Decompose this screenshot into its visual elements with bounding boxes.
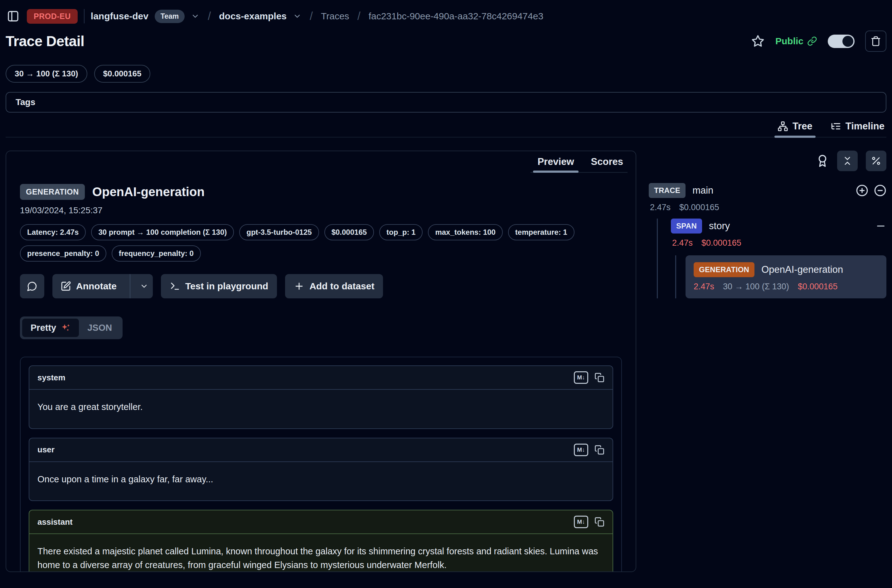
- span-name: story: [709, 220, 730, 232]
- tab-preview[interactable]: Preview: [538, 156, 574, 172]
- divider: [84, 9, 84, 23]
- org-switcher[interactable]: [191, 12, 200, 21]
- public-toggle[interactable]: [828, 34, 854, 48]
- test-in-playground-button[interactable]: Test in playground: [161, 274, 277, 298]
- param-badge: temperature: 1: [508, 224, 575, 240]
- format-pretty-option[interactable]: Pretty: [22, 319, 79, 337]
- span-children: GENERATION OpenAI-generation 2.47s 30 → …: [675, 255, 886, 298]
- circle-plus-icon[interactable]: [856, 184, 868, 197]
- message-header: assistant M↓: [29, 510, 613, 534]
- trash-icon: [871, 36, 881, 46]
- breadcrumb-separator: /: [308, 10, 315, 23]
- message-role: user: [38, 445, 55, 454]
- tab-scores[interactable]: Scores: [591, 156, 623, 172]
- playground-label: Test in playground: [185, 281, 268, 291]
- public-share-link[interactable]: Public: [775, 36, 817, 46]
- environment-badge: PROD-EU: [27, 9, 78, 24]
- tree-node-span[interactable]: SPAN story: [671, 219, 886, 234]
- breadcrumb-project[interactable]: docs-examples: [219, 11, 287, 21]
- format-json-option[interactable]: JSON: [79, 319, 120, 337]
- param-badge: $0.000165: [324, 224, 374, 240]
- metrics-percent-button[interactable]: [866, 151, 886, 171]
- sidebar-toggle-button[interactable]: [6, 9, 21, 24]
- chevron-down-icon: [140, 282, 149, 291]
- format-toggle: Pretty JSON: [20, 316, 123, 339]
- parameter-badge-row: Latency: 2.47s30 prompt → 100 completion…: [20, 224, 622, 240]
- tab-timeline-label: Timeline: [845, 121, 884, 132]
- generation-title-row: GENERATION OpenAI-generation: [694, 262, 878, 277]
- breadcrumb-trace-id: fac231bc-90ee-490a-aa32-78c4269474e3: [369, 11, 543, 21]
- scores-medal-button[interactable]: [816, 154, 829, 167]
- tab-tree[interactable]: Tree: [778, 121, 812, 137]
- observation-card: Preview Scores GENERATION OpenAI-generat…: [6, 151, 636, 572]
- comments-button[interactable]: [20, 274, 44, 298]
- add-to-dataset-label: Add to dataset: [309, 281, 374, 291]
- observation-type-badge: GENERATION: [20, 184, 85, 200]
- collapse-node-button[interactable]: [875, 220, 886, 232]
- trace-metrics: 2.47s $0.000165: [649, 202, 886, 212]
- trace-detail-page: PROD-EU langfuse-dev Team / docs-example…: [0, 0, 892, 588]
- bookmark-star-button[interactable]: [751, 34, 765, 48]
- markdown-toggle-icon[interactable]: M↓: [574, 516, 588, 528]
- breadcrumb-traces-link[interactable]: Traces: [321, 11, 349, 21]
- tab-timeline[interactable]: Timeline: [830, 121, 884, 137]
- public-label: Public: [775, 36, 803, 46]
- trace-children: SPAN story 2.47s $0.000165 GENERAT: [657, 219, 886, 298]
- trace-latency: 2.47s: [650, 202, 671, 212]
- generation-latency: 2.47s: [694, 282, 714, 291]
- add-to-dataset-button[interactable]: Add to dataset: [285, 274, 383, 298]
- fold-vertical-icon: [842, 156, 853, 166]
- annotate-label: Annotate: [76, 281, 117, 291]
- tree-zoom-controls: [856, 184, 886, 197]
- breadcrumb-org[interactable]: langfuse-dev: [91, 11, 149, 21]
- span-latency: 2.47s: [672, 238, 693, 248]
- copy-icon[interactable]: [595, 445, 604, 455]
- tags-editor[interactable]: Tags: [6, 92, 886, 112]
- observation-timestamp: 19/03/2024, 15:25:37: [20, 206, 622, 215]
- copy-icon[interactable]: [595, 517, 604, 527]
- token-usage-badge: 30 → 100 (Σ 130): [6, 65, 87, 82]
- chevron-down-icon: [293, 12, 302, 21]
- tree-actions: [649, 151, 886, 171]
- project-switcher[interactable]: [293, 12, 302, 21]
- tree-node-generation-selected[interactable]: GENERATION OpenAI-generation 2.47s 30 → …: [686, 255, 886, 298]
- generation-name: OpenAI-generation: [761, 264, 843, 275]
- generation-type-badge: GENERATION: [694, 262, 754, 277]
- terminal-icon: [170, 281, 180, 291]
- pretty-label: Pretty: [30, 322, 56, 333]
- trace-tree: TRACE main 2.47s $0.000165: [649, 183, 886, 298]
- divider: [130, 274, 131, 298]
- tree-node-trace[interactable]: TRACE main: [649, 183, 886, 198]
- collapse-all-button[interactable]: [837, 151, 858, 171]
- breadcrumb-separator: /: [206, 10, 213, 23]
- markdown-toggle-icon[interactable]: M↓: [574, 371, 588, 384]
- tree-icon: [778, 121, 788, 132]
- percent-icon: [871, 156, 881, 166]
- messages-container: system M↓ You are a great storyteller. u…: [20, 357, 622, 572]
- json-label: JSON: [87, 322, 112, 333]
- copy-icon[interactable]: [595, 373, 604, 382]
- annotate-button[interactable]: Annotate: [53, 274, 125, 298]
- message-paragraph: Once upon a time in a galaxy far, far aw…: [38, 472, 604, 486]
- param-badge: gpt-3.5-turbo-0125: [239, 224, 319, 240]
- breadcrumb-separator: /: [356, 10, 362, 23]
- trace-cost: $0.000165: [679, 202, 719, 212]
- markdown-toggle-icon[interactable]: M↓: [574, 444, 588, 456]
- message-header-icons: M↓: [574, 516, 604, 528]
- message-role: assistant: [38, 517, 73, 527]
- annotate-split-button[interactable]: Annotate: [53, 274, 153, 298]
- parameter-badges: Latency: 2.47s30 prompt → 100 completion…: [20, 224, 622, 262]
- comment-icon: [27, 281, 38, 291]
- title-row: Trace Detail Public: [6, 30, 886, 52]
- plus-icon: [294, 281, 305, 291]
- panel-left-icon: [7, 10, 20, 22]
- annotate-dropdown-button[interactable]: [135, 274, 153, 298]
- param-badge: top_p: 1: [379, 224, 423, 240]
- minus-icon: [875, 220, 886, 232]
- param-badge: presence_penalty: 0: [20, 245, 107, 262]
- circle-minus-icon[interactable]: [874, 184, 886, 197]
- trace-tree-panel: TRACE main 2.47s $0.000165: [649, 151, 886, 298]
- sparkles-icon: [60, 323, 71, 333]
- param-badge: frequency_penalty: 0: [112, 245, 201, 262]
- delete-trace-button[interactable]: [865, 30, 886, 52]
